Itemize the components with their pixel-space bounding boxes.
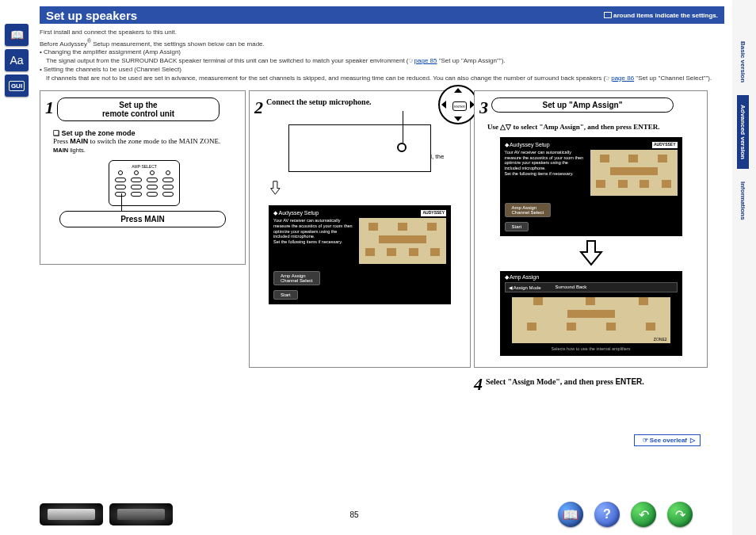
remote-label: AMP·SELECT xyxy=(113,164,176,169)
see-overleaf-button[interactable]: ☞ See overleaf▷ xyxy=(634,434,701,446)
arrow-down-icon xyxy=(270,177,281,199)
receiver-illustration xyxy=(288,124,431,172)
audyssey-screen: ◆ Audyssey SetupAUDYSSEY Your AV receive… xyxy=(500,137,682,236)
step-number: 4 xyxy=(474,374,483,395)
gui-icon[interactable]: GUI xyxy=(5,75,29,97)
device-front-icon[interactable] xyxy=(40,503,103,525)
screen-button: Amp AssignChannel Select xyxy=(505,203,552,217)
book-icon[interactable]: 📖 xyxy=(5,24,29,46)
section-title: Set up speakers xyxy=(46,9,137,22)
speaker-layout-graphic xyxy=(359,218,446,264)
intro-bullet: • Setting the channels to be used (Chann… xyxy=(40,66,724,75)
step-2-title: Connect the setup microphone. xyxy=(266,97,372,106)
zone-label: ZONE2 xyxy=(654,337,667,342)
side-tabs: Basic version Advanced version Informati… xyxy=(737,32,754,232)
title-right-note: around items indicate the settings. xyxy=(604,12,718,19)
step-3-body: Use △▽ to select "Amp Assign", and then … xyxy=(487,123,702,132)
section-title-bar: Set up speakers around items indicate th… xyxy=(40,6,724,24)
footer-nav: 📖 ? ↶ ↷ xyxy=(558,502,693,527)
tab-basic[interactable]: Basic version xyxy=(737,32,749,92)
prev-icon[interactable]: ↶ xyxy=(631,502,656,527)
press-main-callout: Press MAIN xyxy=(59,211,226,227)
intro-sub: The signal output from the SURROUND BACK… xyxy=(46,57,724,66)
step-3-title-pill: Set up "Amp Assign" xyxy=(491,97,674,113)
enter-button-icon: ENTER xyxy=(452,101,467,111)
next-icon[interactable]: ↷ xyxy=(667,502,693,527)
intro-text: First install and connect the speakers t… xyxy=(40,29,724,82)
remote-illustration: AMP·SELECT Press MAIN xyxy=(59,160,226,231)
contents-icon[interactable]: 📖 xyxy=(558,502,583,527)
intro-line: First install and connect the speakers t… xyxy=(40,29,724,37)
step-number: 1 xyxy=(45,97,54,118)
step-4-row: 4 Select "Assign Mode", and then press E… xyxy=(474,374,708,395)
remote-mock: AMP·SELECT xyxy=(109,160,180,206)
page: 📖 Aa GUI Set up speakers around items in… xyxy=(0,0,732,535)
zone-mode-body: Press MAIN to switch the zone mode to th… xyxy=(53,137,240,147)
tab-informations[interactable]: Informations xyxy=(737,172,749,229)
footer: 85 📖 ? ↶ ↷ xyxy=(0,499,708,530)
tab-advanced[interactable]: Advanced version xyxy=(737,95,749,169)
step-number: 2 xyxy=(254,97,263,118)
amp-assign-screen: ◆ Amp Assign ◀ Assign Mode Surround Back… xyxy=(500,271,682,356)
zone-mode-note: MAIN lights. xyxy=(53,147,240,154)
screen-button: Start xyxy=(505,222,529,231)
speaker-layout-graphic: ZONE2 xyxy=(512,297,670,343)
left-icon-rail: 📖 Aa GUI xyxy=(5,24,32,100)
arrow-down-icon xyxy=(579,239,603,266)
step-4-body: Select "Assign Mode", and then press ENT… xyxy=(486,374,644,386)
step-3-panel: 3 Set up "Amp Assign" Use △▽ to select "… xyxy=(474,90,708,368)
device-rear-icon[interactable] xyxy=(109,503,173,525)
zone-mode-heading: ❏ Set up the zone mode xyxy=(53,129,240,137)
intro-sub: If channels that are not to be used are … xyxy=(46,75,724,83)
glossary-icon[interactable]: Aa xyxy=(5,49,29,71)
intro-line: Before Audyssey® Setup measurement, the … xyxy=(40,37,724,48)
screen-button: Start xyxy=(273,290,298,300)
step-2-panel: 2 Connect the setup microphone. ENTER Wh… xyxy=(249,90,471,368)
page-link[interactable]: page 86 xyxy=(611,75,634,82)
audyssey-logo: AUDYSSEY xyxy=(652,142,678,148)
help-icon[interactable]: ? xyxy=(594,502,620,527)
step-number: 3 xyxy=(479,97,488,118)
intro-bullet: • Changing the amplifier assignment (Amp… xyxy=(40,48,724,57)
audyssey-logo: AUDYSSEY xyxy=(421,210,446,216)
screen-footer: Selects how to use the internal amplifie… xyxy=(505,346,678,351)
step-1-title-pill: Set up the remote control unit xyxy=(57,97,220,121)
steps-columns: 1 Set up the remote control unit ❏ Set u… xyxy=(40,90,724,395)
dpad-illustration: ENTER xyxy=(438,85,478,124)
menu-bar: ◀ Assign Mode Surround Back xyxy=(505,282,678,292)
page-number: 85 xyxy=(349,510,358,519)
page-link[interactable]: page 85 xyxy=(414,57,437,64)
screen-button: Amp AssignChannel Select xyxy=(273,271,320,285)
audyssey-screen: ◆ Audyssey SetupAUDYSSEY Your AV receive… xyxy=(269,205,451,304)
speaker-layout-graphic xyxy=(590,150,678,196)
step-1-panel: 1 Set up the remote control unit ❏ Set u… xyxy=(40,90,246,265)
